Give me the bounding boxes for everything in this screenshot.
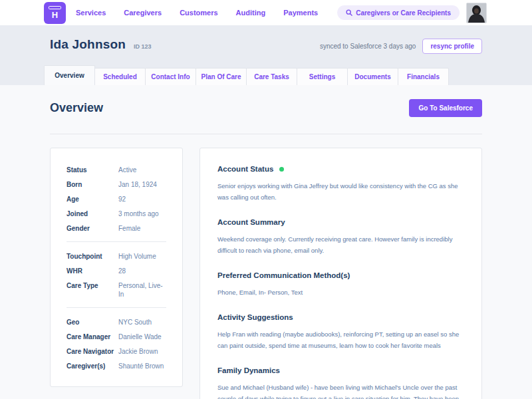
section-title: Preferred Communication Method(s) bbox=[217, 271, 464, 279]
customer-id: ID 123 bbox=[134, 43, 152, 50]
resync-profile-button[interactable]: resync profile bbox=[422, 39, 482, 54]
main-content: Overview Go To Salesforce StatusActive B… bbox=[0, 99, 532, 399]
nav-item-customers[interactable]: Customers bbox=[180, 9, 217, 17]
section-activity-suggestions: Activity Suggestions Help Fran with read… bbox=[217, 313, 464, 351]
section-body: Senior enjoys working with Gina Jeffrey … bbox=[217, 180, 464, 203]
page-title: Overview bbox=[50, 101, 103, 115]
search-input[interactable]: Caregivers or Care Recipients bbox=[337, 5, 460, 20]
logo-bar-icon bbox=[49, 6, 61, 9]
section-preferred-communication: Preferred Communication Method(s) Phone,… bbox=[217, 271, 464, 298]
section-body: Help Fran with reading (maybe audiobooks… bbox=[217, 329, 464, 351]
top-nav: H Services Caregivers Customers Auditing… bbox=[0, 0, 532, 25]
status-value: Active bbox=[118, 166, 136, 174]
search-icon bbox=[346, 9, 352, 16]
nav-right: Caregivers or Care Recipients bbox=[337, 3, 487, 23]
profile-row-joined: Joined3 months ago bbox=[66, 209, 166, 218]
tab-documents[interactable]: Documents bbox=[347, 68, 398, 85]
profile-row-geo: GeoNYC South bbox=[66, 318, 166, 327]
profile-row-caregivers: Caregiver(s)Shaunté Brown bbox=[66, 362, 166, 370]
tab-care-tasks[interactable]: Care Tasks bbox=[246, 68, 297, 85]
nav-item-auditing[interactable]: Auditing bbox=[236, 9, 266, 17]
section-title: Account Status bbox=[217, 165, 464, 173]
group-divider bbox=[66, 307, 166, 308]
tab-contact-info[interactable]: Contact Info bbox=[145, 68, 196, 85]
profile-row-care-manager: Care ManagerDanielle Wade bbox=[66, 332, 166, 341]
title-divider bbox=[50, 134, 482, 134]
active-status-dot-icon bbox=[279, 167, 284, 172]
section-body: Phone, Email, In- Person, Text bbox=[217, 287, 464, 298]
tab-financials[interactable]: Financials bbox=[398, 68, 449, 85]
profile-row-touchpoint: TouchpointHigh Volume bbox=[66, 252, 166, 261]
tab-overview[interactable]: Overview bbox=[44, 65, 95, 85]
profile-row-gender: GenderFemale bbox=[66, 224, 166, 233]
customer-name: Ida Johnson bbox=[50, 37, 126, 52]
section-title: Account Summary bbox=[217, 218, 464, 226]
profile-header: Ida Johnson ID 123 synced to Salesforce … bbox=[0, 25, 532, 85]
profile-group-basic: StatusActive BornJan 18, 1924 Age92 Join… bbox=[66, 166, 166, 233]
profile-row-status: StatusActive bbox=[66, 166, 166, 174]
cards-row: StatusActive BornJan 18, 1924 Age92 Join… bbox=[50, 148, 482, 399]
profile-summary-card: StatusActive BornJan 18, 1924 Age92 Join… bbox=[50, 148, 183, 387]
profile-row-care-type: Care TypePersonal, Live-In bbox=[66, 281, 166, 299]
logo-letter: H bbox=[52, 11, 58, 19]
name-row: Ida Johnson ID 123 synced to Salesforce … bbox=[0, 25, 532, 54]
section-title: Activity Suggestions bbox=[217, 313, 464, 321]
person-silhouette-icon bbox=[467, 3, 486, 23]
nav-item-services[interactable]: Services bbox=[76, 9, 106, 17]
section-body: Weekend coverage only. Currently receivi… bbox=[217, 233, 464, 256]
nav-item-caregivers[interactable]: Caregivers bbox=[124, 9, 162, 17]
section-body: Sue and Michael (Husband wife) - have be… bbox=[217, 382, 464, 399]
tab-bar: Overview Scheduled Contact Info Plan Of … bbox=[0, 65, 532, 85]
primary-nav: Services Caregivers Customers Auditing P… bbox=[76, 9, 318, 17]
app-logo[interactable]: H bbox=[44, 2, 66, 24]
profile-row-age: Age92 bbox=[66, 195, 166, 203]
account-notes-card: Account Status Senior enjoys working wit… bbox=[200, 148, 482, 399]
profile-group-team: GeoNYC South Care ManagerDanielle Wade C… bbox=[66, 318, 166, 370]
section-family-dynamics: Family Dynamics Sue and Michael (Husband… bbox=[217, 366, 464, 399]
title-row: Overview Go To Salesforce bbox=[50, 99, 482, 117]
sync-status-text: synced to Salesforce 3 days ago bbox=[320, 43, 416, 50]
section-account-status: Account Status Senior enjoys working wit… bbox=[217, 165, 464, 203]
profile-row-care-navigator: Care NavigatorJackie Brown bbox=[66, 347, 166, 356]
profile-row-whr: WHR28 bbox=[66, 267, 166, 275]
sync-area: synced to Salesforce 3 days ago resync p… bbox=[320, 39, 482, 54]
search-placeholder: Caregivers or Care Recipients bbox=[356, 9, 451, 17]
tab-plan-of-care[interactable]: Plan Of Care bbox=[196, 68, 247, 85]
user-avatar[interactable] bbox=[466, 3, 487, 23]
profile-row-born: BornJan 18, 1924 bbox=[66, 180, 166, 189]
nav-item-payments[interactable]: Payments bbox=[283, 9, 318, 17]
tab-scheduled[interactable]: Scheduled bbox=[94, 68, 146, 85]
profile-group-care: TouchpointHigh Volume WHR28 Care TypePer… bbox=[66, 252, 166, 299]
section-account-summary: Account Summary Weekend coverage only. C… bbox=[217, 218, 464, 256]
section-title: Family Dynamics bbox=[217, 366, 464, 374]
go-to-salesforce-button[interactable]: Go To Salesforce bbox=[409, 99, 482, 117]
tab-settings[interactable]: Settings bbox=[297, 68, 348, 85]
group-divider bbox=[66, 241, 166, 242]
